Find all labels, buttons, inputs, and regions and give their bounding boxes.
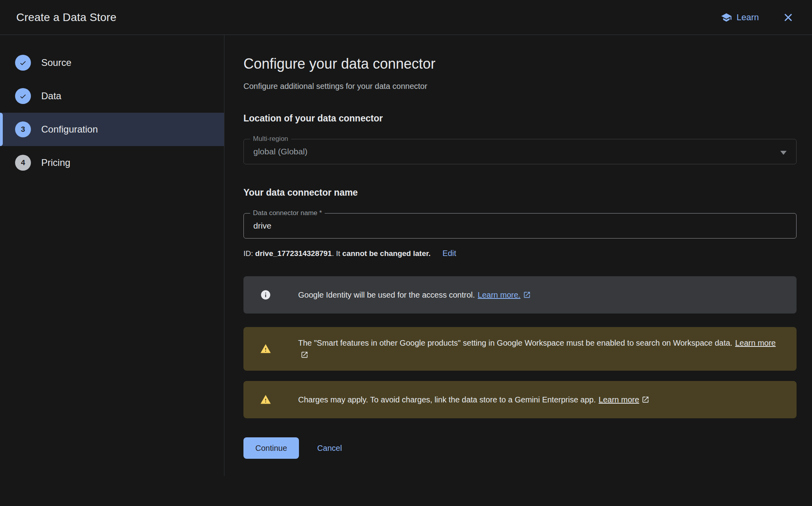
close-icon[interactable] [782, 11, 795, 24]
active-step-indicator [0, 113, 3, 146]
stepper-item-source[interactable]: Source [0, 46, 224, 79]
continue-button[interactable]: Continue [243, 437, 299, 459]
info-banner: Google Identity will be used for the acc… [243, 276, 797, 314]
step-number-badge: 3 [15, 121, 31, 137]
step-label: Data [41, 90, 61, 102]
step-label: Source [41, 57, 71, 68]
page-title: Configure your data connector [243, 56, 812, 72]
cancel-button[interactable]: Cancel [317, 444, 342, 453]
edit-id-link[interactable]: Edit [442, 249, 456, 258]
create-data-store-dialog: Create a Data Store Learn Source [0, 0, 812, 476]
step-complete-check-icon [15, 88, 31, 104]
multi-region-value: global (Global) [253, 147, 308, 156]
learn-link[interactable]: Learn [721, 12, 759, 23]
step-label: Configuration [41, 124, 98, 135]
multi-region-label: Multi-region [250, 135, 291, 143]
form-actions: Continue Cancel [243, 437, 812, 459]
multi-region-select[interactable]: Multi-region global (Global) [243, 139, 797, 164]
step-complete-check-icon [15, 55, 31, 71]
open-in-new-icon [639, 395, 649, 404]
data-connector-name-label: Data connector name * [250, 209, 325, 217]
school-icon [721, 12, 732, 23]
stepper-item-configuration[interactable]: 3 Configuration [0, 113, 224, 146]
dialog-header: Create a Data Store Learn [0, 0, 812, 35]
page-subtitle: Configure additional settings for your d… [243, 82, 812, 91]
warning-icon [260, 394, 271, 405]
configuration-panel: Configure your data connector Configure … [224, 35, 812, 476]
charges-warning-text: Charges may apply. To avoid charges, lin… [298, 394, 649, 406]
workspace-warning-text: The "Smart features in other Google prod… [298, 337, 777, 361]
charges-learn-more-link[interactable]: Learn more [599, 395, 649, 404]
stepper-item-pricing[interactable]: 4 Pricing [0, 146, 224, 179]
warning-icon [260, 343, 271, 354]
connector-id-line: ID: drive_1772314328791. It cannot be ch… [243, 249, 812, 258]
name-section-heading: Your data connector name [243, 187, 812, 198]
dialog-body: Source Data 3 Configuration 4 Pricing [0, 35, 812, 476]
workspace-warning-banner: The "Smart features in other Google prod… [243, 327, 797, 371]
dropdown-arrow-icon [780, 151, 787, 155]
stepper-item-data[interactable]: Data [0, 79, 224, 113]
info-icon [260, 289, 271, 300]
location-section-heading: Location of your data connector [243, 113, 812, 124]
charges-warning-banner: Charges may apply. To avoid charges, lin… [243, 381, 797, 418]
header-actions: Learn [721, 11, 795, 24]
open-in-new-icon [521, 291, 531, 299]
info-learn-more-link[interactable]: Learn more. [478, 291, 531, 299]
step-label: Pricing [41, 157, 70, 168]
stepper: Source Data 3 Configuration 4 Pricing [0, 35, 224, 476]
step-number-badge: 4 [15, 155, 31, 171]
open-in-new-icon [298, 350, 308, 359]
learn-label: Learn [737, 12, 759, 23]
dialog-title: Create a Data Store [16, 11, 117, 24]
data-connector-name-field: Data connector name * [243, 213, 797, 239]
connector-id: drive_1772314328791 [255, 249, 332, 258]
data-connector-name-input[interactable] [253, 221, 787, 231]
info-banner-text: Google Identity will be used for the acc… [298, 289, 531, 301]
